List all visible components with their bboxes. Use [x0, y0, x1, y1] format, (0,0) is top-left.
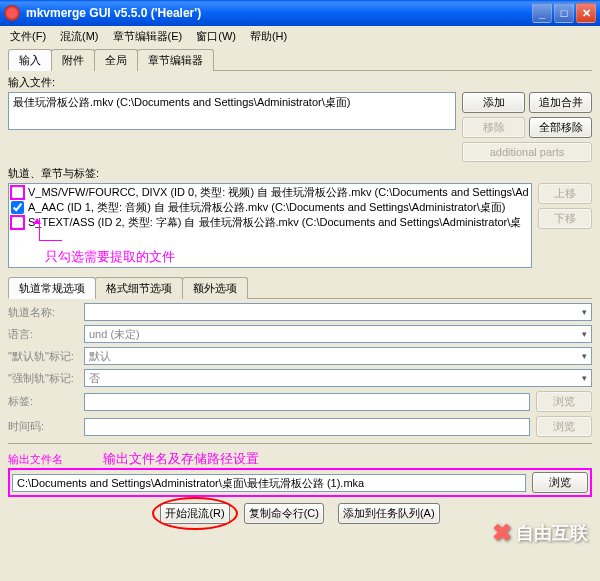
menubar: 文件(F) 混流(M) 章节编辑器(E) 窗口(W) 帮助(H)	[0, 26, 600, 46]
remove-all-button[interactable]: 全部移除	[529, 117, 592, 138]
tab-chapter-editor[interactable]: 章节编辑器	[137, 49, 214, 71]
default-track-label: "默认轨"标记:	[8, 349, 78, 364]
tags-browse-button: 浏览	[536, 391, 592, 412]
menu-mux[interactable]: 混流(M)	[54, 27, 105, 46]
menu-chapter-editor[interactable]: 章节编辑器(E)	[107, 27, 189, 46]
track-checkbox-subtitle[interactable]	[11, 216, 24, 229]
output-browse-button[interactable]: 浏览	[532, 472, 588, 493]
track-row: V_MS/VFW/FOURCC, DIVX (ID 0, 类型: 视频) 自 最…	[9, 185, 531, 200]
minimize-button[interactable]: _	[532, 3, 552, 23]
file-item[interactable]: 最佳玩滑板公路.mkv (C:\Documents and Settings\A…	[13, 95, 451, 110]
forced-track-combo[interactable]: 否	[84, 369, 592, 387]
language-combo[interactable]: und (未定)	[84, 325, 592, 343]
track-text[interactable]: S_TEXT/ASS (ID 2, 类型: 字幕) 自 最佳玩滑板公路.mkv …	[28, 215, 521, 230]
timecodes-input[interactable]	[84, 418, 530, 436]
close-button[interactable]: ✕	[576, 3, 596, 23]
watermark-x-icon: ✖	[492, 519, 512, 547]
output-row-highlight: C:\Documents and Settings\Administrator\…	[8, 468, 592, 497]
copy-cmdline-button[interactable]: 复制命令行(C)	[244, 503, 324, 524]
menu-help[interactable]: 帮助(H)	[244, 27, 293, 46]
append-button[interactable]: 追加合并	[529, 92, 592, 113]
remove-button: 移除	[462, 117, 525, 138]
track-row: S_TEXT/ASS (ID 2, 类型: 字幕) 自 最佳玩滑板公路.mkv …	[9, 215, 531, 230]
track-text[interactable]: A_AAC (ID 1, 类型: 音频) 自 最佳玩滑板公路.mkv (C:\D…	[28, 200, 505, 215]
forced-track-label: "强制轨"标记:	[8, 371, 78, 386]
window-title: mkvmerge GUI v5.5.0 ('Healer')	[26, 6, 532, 20]
tab-track-extra[interactable]: 额外选项	[182, 277, 248, 299]
move-down-button: 下移	[538, 208, 592, 229]
annotation-checkbox: 只勾选需要提取的文件	[45, 248, 531, 266]
language-label: 语言:	[8, 327, 78, 342]
tracks-label: 轨道、章节与标签:	[8, 166, 592, 181]
track-checkbox-video[interactable]	[11, 186, 24, 199]
maximize-button[interactable]: □	[554, 3, 574, 23]
output-file-label: 输出文件名	[8, 452, 63, 467]
track-text[interactable]: V_MS/VFW/FOURCC, DIVX (ID 0, 类型: 视频) 自 最…	[28, 185, 529, 200]
tab-global[interactable]: 全局	[94, 49, 138, 71]
tab-attachments[interactable]: 附件	[51, 49, 95, 71]
add-button[interactable]: 添加	[462, 92, 525, 113]
trackname-label: 轨道名称:	[8, 305, 78, 320]
input-files-list[interactable]: 最佳玩滑板公路.mkv (C:\Documents and Settings\A…	[8, 92, 456, 130]
tracks-list[interactable]: V_MS/VFW/FOURCC, DIVX (ID 0, 类型: 视频) 自 最…	[8, 183, 532, 268]
add-to-queue-button[interactable]: 添加到任务队列(A)	[338, 503, 440, 524]
tags-label: 标签:	[8, 394, 78, 409]
tags-input[interactable]	[84, 393, 530, 411]
tab-track-general[interactable]: 轨道常规选项	[8, 277, 96, 299]
menu-file[interactable]: 文件(F)	[4, 27, 52, 46]
output-path-input[interactable]: C:\Documents and Settings\Administrator\…	[12, 474, 526, 492]
start-mux-button[interactable]: 开始混流(R)	[160, 503, 229, 524]
app-icon	[4, 5, 20, 21]
watermark: ✖ 自由互联	[492, 519, 588, 547]
input-files-label: 输入文件:	[8, 75, 592, 90]
track-option-tabs: 轨道常规选项 格式细节选项 额外选项	[8, 276, 592, 299]
main-tabs: 输入 附件 全局 章节编辑器	[8, 48, 592, 71]
tab-input[interactable]: 输入	[8, 49, 52, 71]
timecodes-label: 时间码:	[8, 419, 78, 434]
menu-window[interactable]: 窗口(W)	[190, 27, 242, 46]
annotation-output: 输出文件名及存储路径设置	[103, 450, 259, 468]
default-track-combo[interactable]: 默认	[84, 347, 592, 365]
timecodes-browse-button: 浏览	[536, 416, 592, 437]
tab-track-format[interactable]: 格式细节选项	[95, 277, 183, 299]
trackname-combo[interactable]	[84, 303, 592, 321]
move-up-button: 上移	[538, 183, 592, 204]
track-checkbox-audio[interactable]	[11, 201, 24, 214]
titlebar: mkvmerge GUI v5.5.0 ('Healer') _ □ ✕	[0, 0, 600, 26]
track-row: A_AAC (ID 1, 类型: 音频) 自 最佳玩滑板公路.mkv (C:\D…	[9, 200, 531, 215]
additional-parts-button: additional parts	[462, 142, 592, 162]
